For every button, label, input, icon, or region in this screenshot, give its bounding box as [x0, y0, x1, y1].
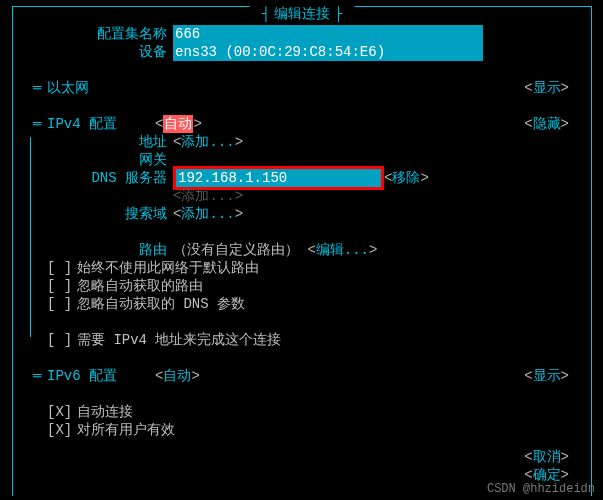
- dialog-title: ┤编辑连接├: [250, 5, 355, 23]
- cancel-button[interactable]: <取消>: [524, 449, 569, 465]
- ipv4-nodefault-checkbox[interactable]: [ ]: [47, 259, 77, 277]
- ipv4-dns-add-button[interactable]: <添加...>: [173, 187, 243, 205]
- ethernet-section: 以太网: [21, 79, 89, 97]
- ipv6-mode-select[interactable]: 自动: [163, 367, 191, 385]
- ipv4-search-add-button[interactable]: 添加...: [181, 205, 234, 223]
- ipv4-require-checkbox[interactable]: [ ]: [47, 331, 77, 349]
- watermark: CSDN @hhzideidn: [487, 482, 595, 496]
- ipv4-ignoredns-checkbox[interactable]: [ ]: [47, 295, 77, 313]
- ethernet-show-button[interactable]: <显示>: [524, 79, 569, 97]
- profile-name-input[interactable]: 666: [173, 25, 483, 43]
- ipv4-addr-add-button[interactable]: 添加...: [181, 133, 234, 151]
- ipv4-route-edit-button[interactable]: 编辑...: [316, 241, 369, 259]
- ipv4-nodefault-label: 始终不使用此网络于默认路由: [77, 259, 259, 277]
- ipv4-require-label: 需要 IPv4 地址来完成这个连接: [77, 331, 281, 349]
- ipv4-hide-button[interactable]: <隐藏>: [524, 115, 569, 133]
- ipv6-show-button[interactable]: <显示>: [524, 367, 569, 385]
- ipv4-marker: ═: [33, 115, 41, 133]
- ipv6-marker: ═: [33, 367, 41, 385]
- ipv4-ignoreroutes-checkbox[interactable]: [ ]: [47, 277, 77, 295]
- ipv4-route-text: （没有自定义路由）: [173, 241, 299, 259]
- ipv4-route-label: 路由: [21, 241, 173, 259]
- allusers-checkbox[interactable]: [X]: [47, 421, 77, 439]
- ethernet-marker: ═: [33, 79, 41, 97]
- allusers-label: 对所有用户有效: [77, 421, 175, 439]
- ipv4-dns-input[interactable]: 192.168.1.150: [176, 169, 381, 187]
- device-label: 设备: [21, 43, 173, 61]
- autoconnect-label: 自动连接: [77, 403, 133, 421]
- profile-name-label: 配置集名称: [21, 25, 173, 43]
- ipv4-ignoredns-label: 忽略自动获取的 DNS 参数: [77, 295, 245, 313]
- ipv4-search-label: 搜索域: [21, 205, 173, 223]
- ipv4-addr-label: 地址: [21, 133, 173, 151]
- ipv4-dns-remove-button[interactable]: 移除: [392, 169, 420, 187]
- device-input[interactable]: ens33 (00:0C:29:C8:54:E6): [173, 43, 483, 61]
- ipv4-ignoreroutes-label: 忽略自动获取的路由: [77, 277, 203, 295]
- autoconnect-checkbox[interactable]: [X]: [47, 403, 77, 421]
- ipv4-mode-select[interactable]: 自动: [163, 115, 193, 133]
- ipv4-dns-label: DNS 服务器: [21, 169, 173, 187]
- ipv4-gateway-label: 网关: [21, 151, 173, 169]
- ok-button[interactable]: <确定>: [524, 467, 569, 483]
